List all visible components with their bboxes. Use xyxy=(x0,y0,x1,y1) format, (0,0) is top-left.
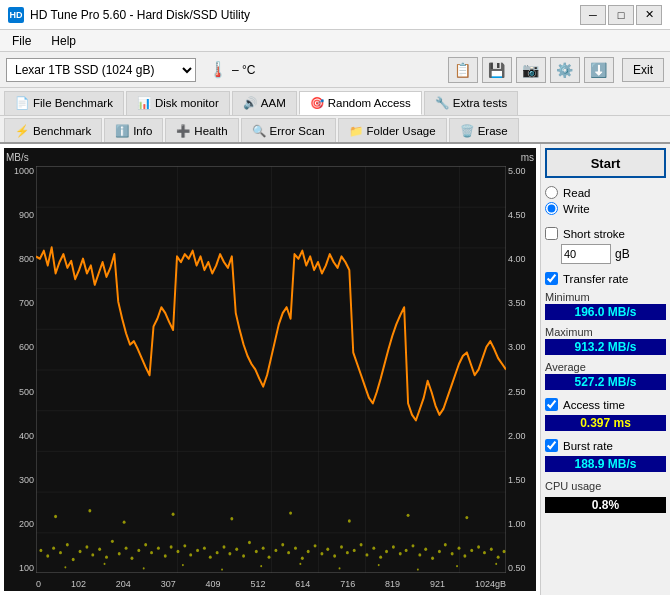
maximize-button[interactable]: □ xyxy=(608,5,634,25)
tab-bar-row1: 📄 File Benchmark 📊 Disk monitor 🔊 AAM 🎯 … xyxy=(0,88,670,116)
minimum-label: Minimum xyxy=(545,291,666,303)
tab-file-benchmark[interactable]: 📄 File Benchmark xyxy=(4,91,124,115)
toolbar-btn-2[interactable]: 💾 xyxy=(482,57,512,83)
toolbar-btn-4[interactable]: ⚙️ xyxy=(550,57,580,83)
toolbar-btn-1[interactable]: 📋 xyxy=(448,57,478,83)
tab-aam[interactable]: 🔊 AAM xyxy=(232,91,297,115)
tab-random-access-label: Random Access xyxy=(328,97,411,109)
svg-point-17 xyxy=(130,557,133,560)
svg-point-77 xyxy=(123,520,126,523)
svg-point-30 xyxy=(216,551,219,554)
tab-bar-row2: ⚡ Benchmark ℹ️ Info ➕ Health 🔍 Error Sca… xyxy=(0,116,670,144)
file-benchmark-icon: 📄 xyxy=(15,96,29,110)
svg-point-12 xyxy=(98,548,101,551)
close-button[interactable]: ✕ xyxy=(636,5,662,25)
svg-point-8 xyxy=(72,558,75,561)
svg-point-20 xyxy=(150,551,153,554)
svg-point-85 xyxy=(104,563,106,565)
svg-point-33 xyxy=(235,548,238,551)
maximum-section: Maximum 913.2 MB/s xyxy=(545,326,666,355)
tab-health[interactable]: ➕ Health xyxy=(165,118,238,142)
tab-info-label: Info xyxy=(133,125,152,137)
tab-random-access[interactable]: 🎯 Random Access xyxy=(299,91,422,115)
toolbar-btn-3[interactable]: 📷 xyxy=(516,57,546,83)
access-time-value: 0.397 ms xyxy=(545,415,666,431)
svg-point-75 xyxy=(54,515,57,518)
tab-benchmark[interactable]: ⚡ Benchmark xyxy=(4,118,102,142)
read-radio[interactable] xyxy=(545,186,558,199)
burst-rate-checkbox[interactable] xyxy=(545,439,558,452)
svg-point-78 xyxy=(172,513,175,516)
stroke-value-input[interactable] xyxy=(561,244,611,264)
svg-point-27 xyxy=(196,549,199,552)
svg-point-23 xyxy=(170,545,173,548)
svg-point-90 xyxy=(299,563,301,565)
svg-point-4 xyxy=(46,554,49,557)
toolbar-btn-5[interactable]: ⬇️ xyxy=(584,57,614,83)
drive-select[interactable]: Lexar 1TB SSD (1024 gB) xyxy=(6,58,196,82)
svg-point-51 xyxy=(353,549,356,552)
exit-button[interactable]: Exit xyxy=(622,58,664,82)
svg-point-37 xyxy=(262,546,265,549)
stroke-input-row: gB xyxy=(561,244,666,264)
svg-point-60 xyxy=(412,544,415,547)
write-radio-label[interactable]: Write xyxy=(545,202,666,215)
svg-point-22 xyxy=(164,554,167,557)
svg-point-29 xyxy=(209,555,212,558)
maximum-value: 913.2 MB/s xyxy=(545,339,666,355)
svg-point-54 xyxy=(372,546,375,549)
burst-rate-checkbox-label[interactable]: Burst rate xyxy=(545,439,666,452)
right-panel: Start Read Write Short stroke gB Transfe… xyxy=(540,144,670,595)
svg-point-11 xyxy=(91,553,94,556)
benchmark-icon: ⚡ xyxy=(15,124,29,138)
maximum-label: Maximum xyxy=(545,326,666,338)
access-time-checkbox[interactable] xyxy=(545,398,558,411)
tab-info[interactable]: ℹ️ Info xyxy=(104,118,163,142)
svg-point-73 xyxy=(497,555,500,558)
svg-point-88 xyxy=(221,568,223,570)
svg-point-13 xyxy=(105,555,108,558)
tab-extra-tests[interactable]: 🔧 Extra tests xyxy=(424,91,518,115)
transfer-rate-checkbox[interactable] xyxy=(545,272,558,285)
average-label: Average xyxy=(545,361,666,373)
svg-point-91 xyxy=(339,567,341,569)
tab-error-scan[interactable]: 🔍 Error Scan xyxy=(241,118,336,142)
transfer-rate-label: Transfer rate xyxy=(563,273,628,285)
start-button[interactable]: Start xyxy=(545,148,666,178)
average-section: Average 527.2 MB/s xyxy=(545,361,666,390)
temp-value: – °C xyxy=(232,63,255,77)
access-time-checkbox-label[interactable]: Access time xyxy=(545,398,666,411)
svg-point-65 xyxy=(444,543,447,546)
svg-point-44 xyxy=(307,550,310,553)
read-radio-label[interactable]: Read xyxy=(545,186,666,199)
svg-point-55 xyxy=(379,555,382,558)
svg-point-43 xyxy=(301,557,304,560)
svg-point-66 xyxy=(451,552,454,555)
tab-folder-usage[interactable]: 📁 Folder Usage xyxy=(338,118,447,142)
menu-help[interactable]: Help xyxy=(47,33,80,49)
minimize-button[interactable]: ─ xyxy=(580,5,606,25)
svg-point-3 xyxy=(39,549,42,552)
app-icon: HD xyxy=(8,7,24,23)
svg-point-45 xyxy=(314,544,317,547)
tab-erase[interactable]: 🗑️ Erase xyxy=(449,118,519,142)
menu-file[interactable]: File xyxy=(8,33,35,49)
svg-point-57 xyxy=(392,545,395,548)
svg-point-59 xyxy=(405,549,408,552)
transfer-rate-checkbox-label[interactable]: Transfer rate xyxy=(545,272,666,285)
svg-point-31 xyxy=(223,545,226,548)
svg-point-74 xyxy=(503,550,506,553)
tab-disk-monitor[interactable]: 📊 Disk monitor xyxy=(126,91,230,115)
short-stroke-checkbox-label[interactable]: Short stroke xyxy=(545,227,666,240)
tab-health-label: Health xyxy=(194,125,227,137)
svg-point-92 xyxy=(378,564,380,566)
short-stroke-checkbox[interactable] xyxy=(545,227,558,240)
svg-point-34 xyxy=(242,554,245,557)
svg-point-39 xyxy=(274,549,277,552)
svg-point-28 xyxy=(203,546,206,549)
write-radio[interactable] xyxy=(545,202,558,215)
burst-rate-value: 188.9 MB/s xyxy=(545,456,666,472)
write-label: Write xyxy=(563,203,590,215)
svg-point-61 xyxy=(418,553,421,556)
svg-point-5 xyxy=(52,546,55,549)
